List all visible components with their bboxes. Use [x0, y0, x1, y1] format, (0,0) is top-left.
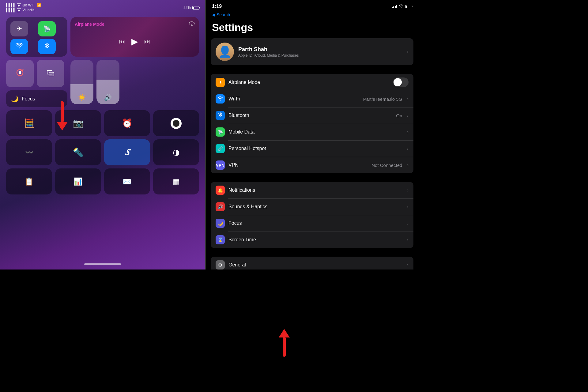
wifi-status-icon — [399, 4, 404, 9]
hotspot-row[interactable]: 🔗 Personal Hotspot › — [211, 140, 413, 157]
general-label: General — [228, 262, 403, 268]
arrow-head — [57, 122, 68, 130]
clock-icon: ⏰ — [122, 118, 133, 128]
settings-status-bar: 1:19 — [206, 0, 418, 11]
screen-mirror-icon — [46, 68, 55, 79]
notifications-row[interactable]: 🔔 Notifications › — [211, 182, 413, 198]
profile-avatar — [216, 43, 234, 61]
calculator-button[interactable]: 🧮 — [6, 110, 52, 136]
focus-settings-label: Focus — [228, 221, 403, 226]
airplane-mode-row[interactable]: ✈ Airplane Mode — [211, 74, 413, 91]
lock-rotation-button[interactable] — [6, 60, 34, 87]
notes-button[interactable]: 📋 — [6, 168, 52, 194]
mail-button[interactable]: ✉️ — [104, 168, 150, 194]
back-chevron: ◀ — [212, 12, 215, 17]
home-bar — [84, 263, 121, 265]
battery-fill — [193, 7, 194, 9]
svg-rect-2 — [19, 71, 21, 72]
wifi-label: Wi-Fi — [228, 96, 360, 102]
signal-icon: ▌▌▌▌ — [6, 3, 16, 7]
carrier1-label: ▌▌▌▌ ▶ Jio WiFi 📶 — [6, 3, 41, 7]
vpn-row[interactable]: VPN VPN Not Connected › — [211, 157, 413, 173]
clock-button[interactable]: ⏰ — [104, 110, 150, 136]
status-icons — [392, 4, 413, 9]
hotspot-glyph: 🔗 — [218, 146, 223, 151]
mobile-data-glyph: 📡 — [218, 130, 223, 134]
fast-forward-button[interactable]: ⏭ — [144, 38, 150, 45]
settings-battery-body — [405, 5, 412, 8]
mobile-data-row[interactable]: 📡 Mobile Data › — [211, 124, 413, 140]
profile-name: Parth Shah — [238, 46, 403, 53]
analytics-button[interactable]: 📊 — [55, 168, 101, 194]
cc-row-2: 🌙 Focus ☀️ 🔊 — [6, 60, 199, 107]
bar4 — [396, 5, 397, 8]
wifi-row[interactable]: Wi-Fi ParthHeemaJio 5G › — [211, 91, 413, 107]
flashlight-button[interactable]: 🔦 — [55, 139, 101, 165]
screen-time-icon: ⌛ — [216, 235, 225, 244]
general-chevron: › — [407, 262, 409, 267]
focus-moon-icon: 🌙 — [11, 95, 19, 103]
mobile-data-label: Mobile Data — [228, 129, 403, 135]
home-indicator — [0, 261, 205, 267]
general-group: ⚙ General › ⊡ Control Centre › AA Displa… — [211, 257, 413, 270]
wifi-button[interactable] — [10, 39, 28, 54]
mail-icon: ✉️ — [123, 177, 132, 186]
airplane-toggle[interactable] — [393, 77, 409, 87]
control-widgets: ✈ 📡 — [0, 14, 205, 261]
general-icon: ⚙ — [216, 260, 225, 270]
sounds-label: Sounds & Haptics — [228, 204, 403, 209]
focus-label: Focus — [22, 96, 35, 102]
brightness-slider[interactable]: ☀️ — [70, 60, 93, 104]
mobile-data-button[interactable]: 📡 — [38, 21, 56, 36]
volume-icon: 🔊 — [104, 94, 112, 101]
general-row[interactable]: ⚙ General › — [211, 257, 413, 270]
screen-time-chevron: › — [407, 237, 409, 242]
bluetooth-row[interactable]: Bluetooth On › — [211, 107, 413, 124]
profile-subtitle: Apple ID, iCloud, Media & Purchases — [238, 53, 403, 58]
focus-row[interactable]: 🌙 Focus › — [211, 215, 413, 232]
brightness-icon: ☀️ — [78, 94, 86, 101]
general-glyph: ⚙ — [218, 262, 222, 268]
airplay-icon[interactable] — [189, 21, 195, 28]
sounds-icon: 🔊 — [216, 202, 225, 211]
carrier2-label: ▌▌▌▌ ▶ Vi India — [6, 8, 41, 12]
darkmode-button[interactable]: ◑ — [153, 139, 199, 165]
wifi-value: ParthHeemaJio 5G — [363, 96, 402, 102]
arrow-shaft — [61, 101, 64, 123]
bluetooth-button[interactable] — [38, 39, 56, 54]
bluetooth-label: Bluetooth — [228, 113, 392, 118]
battery-body — [192, 6, 199, 9]
shazam-button[interactable]: 𝑺 — [104, 139, 150, 165]
airplane-mode-button[interactable]: ✈ — [10, 21, 28, 36]
profile-card[interactable]: Parth Shah Apple ID, iCloud, Media & Pur… — [211, 38, 413, 65]
vpn-value: Not Connected — [371, 163, 402, 168]
settings-title-row: Settings — [206, 20, 418, 38]
bluetooth-icon — [44, 43, 50, 51]
settings-nav[interactable]: ◀ ◀ Search Search — [206, 11, 418, 20]
play-button[interactable]: ▶ — [131, 36, 138, 47]
bluetooth-row-glyph — [218, 112, 222, 119]
carrier1-box: ▶ — [17, 3, 21, 7]
screen-mirror-button[interactable] — [37, 60, 64, 87]
profile-info: Parth Shah Apple ID, iCloud, Media & Pur… — [238, 46, 403, 58]
control-center-panel: ▌▌▌▌ ▶ Jio WiFi 📶 ▌▌▌▌ ▶ Vi India 22% — [0, 0, 205, 270]
screen-time-row[interactable]: ⌛ Screen Time › — [211, 232, 413, 248]
wifi-row-icon — [216, 94, 225, 104]
qr-button[interactable]: ▦ — [153, 168, 199, 194]
airplane-mode-label: Airplane Mode — [228, 80, 389, 85]
notifications-label: Notifications — [228, 187, 403, 193]
cc-row-3: 🧮 📷 ⏰ — [6, 110, 199, 136]
shazam-icon: 𝑺 — [125, 148, 129, 157]
cc-row-5: 📋 📊 ✉️ ▦ — [6, 168, 199, 194]
record-button[interactable] — [153, 110, 199, 136]
sliders-block: ☀️ 🔊 — [70, 60, 199, 107]
airplane-mode-icon-row: ✈ — [216, 78, 225, 87]
battery-percent: 22% — [183, 6, 191, 10]
rewind-button[interactable]: ⏮ — [119, 38, 125, 45]
back-search-button[interactable]: ◀ ◀ Search Search — [212, 12, 412, 17]
hotspot-label: Personal Hotspot — [228, 146, 403, 151]
soundrecog-button[interactable]: 〰️ — [6, 139, 52, 165]
sounds-row[interactable]: 🔊 Sounds & Haptics › — [211, 198, 413, 215]
volume-slider[interactable]: 🔊 — [96, 60, 119, 104]
mobile-data-icon: 📡 — [43, 25, 51, 32]
